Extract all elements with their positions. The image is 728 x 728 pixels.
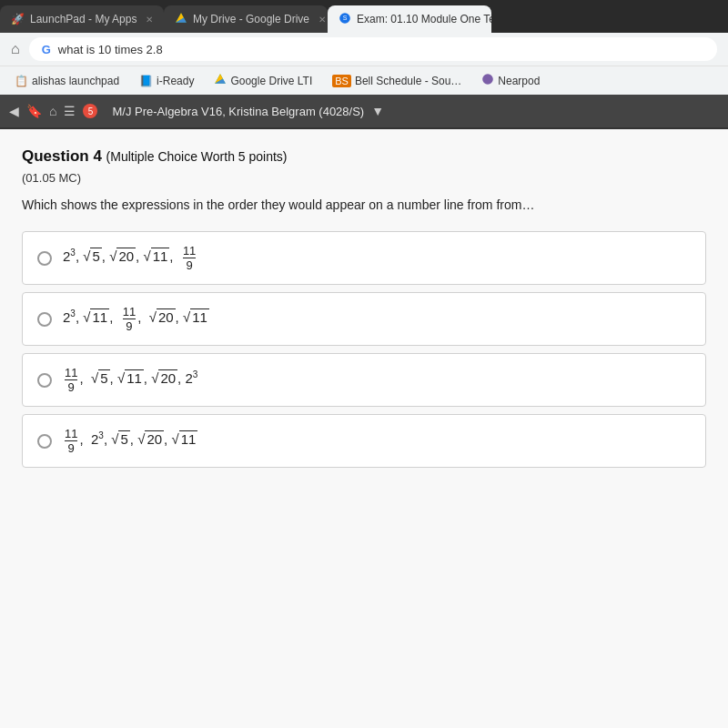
alishas-bookmark-icon: 📋 — [15, 75, 28, 87]
search-query-text: what is 10 times 2.8 — [58, 43, 163, 56]
bookmark-bellschedule[interactable]: BS Bell Schedule - Sou… — [325, 71, 469, 91]
choice-text-a: 23, √5, √20, √11, 119 — [63, 245, 197, 271]
iready-bookmark-label: i-Ready — [157, 75, 194, 87]
question-title: Question 4 (Multiple Choice Worth 5 poin… — [22, 147, 706, 166]
lms-home-icon[interactable]: ⌂ — [49, 104, 56, 118]
question-number: Question 4 — [22, 147, 102, 165]
tab-bar: 🚀 LaunchPad - My Apps ✕ My Drive - Googl… — [0, 0, 728, 33]
question-worth: (Multiple Choice Worth 5 points) — [106, 149, 288, 164]
answer-choice-b[interactable]: 23, √11, 119, √20, √11 — [22, 292, 706, 346]
answer-choice-a[interactable]: 23, √5, √20, √11, 119 — [22, 231, 706, 285]
googledriveLTI-bookmark-icon — [214, 73, 227, 88]
lms-menu-icon[interactable]: ☰ — [64, 104, 76, 118]
lms-toolbar: ◀ 🔖 ⌂ ☰ 5 M/J Pre-Algebra V16, Kristina … — [0, 95, 728, 129]
tab-drive[interactable]: My Drive - Google Drive ✕ — [164, 5, 328, 33]
tab-launchpad[interactable]: 🚀 LaunchPad - My Apps ✕ — [0, 5, 164, 33]
google-logo: G — [42, 43, 51, 56]
iready-bookmark-icon: 📘 — [139, 75, 153, 87]
drive-tab-label: My Drive - Google Drive — [193, 13, 309, 25]
exam-tab-icon: S — [339, 12, 351, 27]
bookmark-iready[interactable]: 📘 i-Ready — [132, 71, 201, 91]
launchpad-tab-close[interactable]: ✕ — [146, 15, 153, 25]
launchpad-tab-label: LaunchPad - My Apps — [30, 13, 136, 25]
address-input[interactable]: G what is 10 times 2.8 — [29, 37, 717, 61]
question-header: Question 4 (Multiple Choice Worth 5 poin… — [22, 147, 706, 166]
lms-course-title: M/J Pre-Algebra V16, Kristina Belgram (4… — [112, 105, 364, 118]
radio-a[interactable] — [37, 251, 52, 266]
choice-text-c: 119, √5, √11, √20, 23 — [63, 367, 197, 393]
question-text: Which shows the expressions in the order… — [22, 196, 706, 215]
bookmark-googledriveLTI[interactable]: Google Drive LTI — [207, 69, 319, 92]
tab-exam[interactable]: S Exam: 01.10 Module One Te… ✕ — [328, 5, 491, 33]
radio-c[interactable] — [37, 373, 52, 388]
nearpod-bookmark-label: Nearpod — [498, 75, 540, 87]
notification-badge[interactable]: 5 — [83, 104, 97, 118]
bookmark-nearpod[interactable]: Nearpod — [474, 69, 547, 92]
svg-text:S: S — [343, 15, 348, 21]
answer-choice-d[interactable]: 119, 23, √5, √20, √11 — [22, 414, 706, 468]
googledriveLTI-bookmark-label: Google Drive LTI — [230, 75, 312, 87]
home-icon[interactable]: ⌂ — [11, 41, 20, 57]
bellschedule-bookmark-icon: BS — [332, 75, 351, 87]
choice-text-d: 119, 23, √5, √20, √11 — [63, 428, 197, 454]
question-code: (01.05 MC) — [22, 171, 706, 185]
launchpad-tab-icon: 🚀 — [11, 13, 25, 25]
nearpod-bookmark-icon — [481, 73, 494, 88]
lms-dropdown-icon[interactable]: ▼ — [371, 104, 384, 118]
drive-tab-close[interactable]: ✕ — [318, 15, 326, 25]
lms-bookmark-icon[interactable]: 🔖 — [26, 104, 42, 118]
drive-tab-icon — [175, 12, 187, 27]
bellschedule-bookmark-label: Bell Schedule - Sou… — [355, 75, 461, 87]
lms-back-icon[interactable]: ◀ — [9, 104, 19, 118]
exam-tab-label: Exam: 01.10 Module One Te… — [357, 13, 491, 25]
choice-text-b: 23, √11, 119, √20, √11 — [63, 306, 209, 332]
content-area: Question 4 (Multiple Choice Worth 5 poin… — [0, 129, 728, 728]
address-bar: ⌂ G what is 10 times 2.8 — [0, 33, 728, 66]
alishas-bookmark-label: alishas launchpad — [32, 75, 119, 87]
bookmarks-bar: 📋 alishas launchpad 📘 i-Ready Google Dri… — [0, 66, 728, 95]
svg-point-8 — [483, 74, 494, 85]
answer-choice-c[interactable]: 119, √5, √11, √20, 23 — [22, 353, 706, 407]
radio-b[interactable] — [37, 312, 52, 327]
radio-d[interactable] — [37, 434, 52, 449]
bookmark-alishas[interactable]: 📋 alishas launchpad — [7, 71, 126, 91]
